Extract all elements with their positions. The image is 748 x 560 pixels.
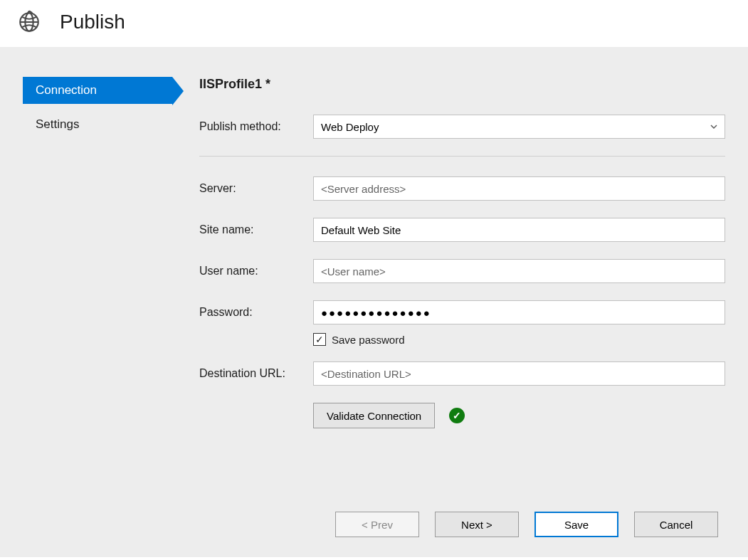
wizard-sidebar: Connection Settings: [23, 77, 172, 145]
row-destination-url: Destination URL:: [199, 361, 725, 386]
destination-url-label: Destination URL:: [199, 367, 313, 380]
row-save-password: Save password: [313, 333, 725, 346]
save-button[interactable]: Save: [534, 512, 618, 537]
publish-method-select[interactable]: Web Deploy: [313, 115, 725, 139]
user-name-input[interactable]: [313, 259, 725, 283]
dialog-footer: < Prev Next > Save Cancel: [335, 512, 718, 537]
save-password-label: Save password: [332, 334, 405, 346]
sidebar-item-settings[interactable]: Settings: [23, 111, 172, 138]
form-panel: IISProfile1 * Publish method: Web Deploy…: [199, 77, 725, 428]
server-input[interactable]: [313, 176, 725, 201]
publish-method-label: Publish method:: [199, 120, 313, 133]
row-publish-method: Publish method: Web Deploy: [199, 115, 725, 139]
publish-globe-icon: [17, 10, 41, 34]
row-user-name: User name:: [199, 259, 725, 283]
validate-connection-button[interactable]: Validate Connection: [313, 403, 435, 428]
dialog-title: Publish: [60, 11, 125, 33]
site-name-input[interactable]: [313, 218, 725, 242]
user-name-label: User name:: [199, 265, 313, 278]
row-site-name: Site name:: [199, 218, 725, 242]
site-name-label: Site name:: [199, 223, 313, 236]
row-server: Server:: [199, 176, 725, 201]
password-label: Password:: [199, 306, 313, 319]
dialog-header: Publish: [0, 0, 748, 47]
save-password-checkbox[interactable]: [313, 333, 326, 346]
password-input[interactable]: [313, 300, 725, 324]
sidebar-item-connection[interactable]: Connection: [23, 77, 172, 104]
dialog-body: Connection Settings IISProfile1 * Publis…: [0, 47, 748, 557]
next-button[interactable]: Next >: [435, 512, 519, 537]
destination-url-input[interactable]: [313, 361, 725, 386]
cancel-button[interactable]: Cancel: [634, 512, 718, 537]
row-password: Password:: [199, 300, 725, 324]
section-divider: [199, 156, 725, 157]
row-validate: Validate Connection ✓: [313, 403, 725, 428]
sidebar-item-label: Settings: [36, 117, 79, 131]
validation-success-icon: ✓: [449, 408, 465, 423]
prev-button: < Prev: [335, 512, 419, 537]
sidebar-item-label: Connection: [36, 83, 97, 97]
server-label: Server:: [199, 182, 313, 195]
profile-title: IISProfile1 *: [199, 77, 725, 92]
